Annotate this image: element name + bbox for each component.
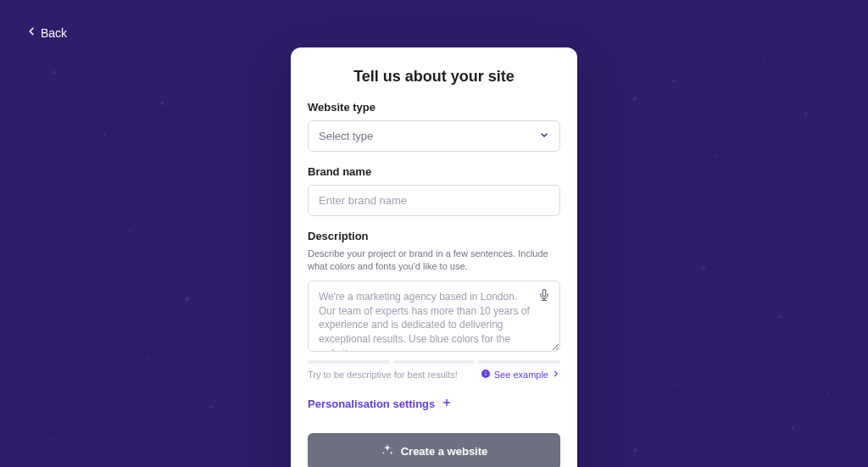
description-textarea-wrap bbox=[308, 281, 560, 355]
see-example-link[interactable]: See example bbox=[481, 369, 560, 381]
plus-icon bbox=[442, 398, 452, 410]
quality-segment bbox=[478, 360, 560, 364]
sparkle-decor: ✦ bbox=[51, 436, 56, 443]
personalisation-settings-toggle[interactable]: Personalisation settings bbox=[308, 398, 452, 410]
sparkle-decor: ✦ bbox=[208, 403, 214, 412]
sparkle-decor: ✦ bbox=[789, 424, 796, 433]
website-type-placeholder: Select type bbox=[319, 130, 373, 142]
microphone-icon[interactable] bbox=[537, 287, 552, 303]
description-sublabel: Describe your project or brand in a few … bbox=[308, 247, 560, 274]
chevron-right-icon bbox=[552, 370, 560, 380]
sparkle-decor: ✦ bbox=[159, 98, 166, 109]
website-type-select[interactable]: Select type bbox=[308, 120, 560, 152]
sparkle-decor: ✦ bbox=[182, 292, 192, 306]
sparkle-decor: ✦ bbox=[144, 356, 150, 364]
see-example-label: See example bbox=[494, 370, 548, 380]
create-website-button[interactable]: Create a website bbox=[308, 433, 560, 467]
back-button[interactable]: Back bbox=[25, 25, 67, 40]
chevron-left-icon bbox=[25, 25, 41, 40]
quality-segment bbox=[308, 360, 390, 364]
sparkle-decor: ✦ bbox=[700, 263, 707, 272]
sparkle-decor: ✦ bbox=[803, 110, 809, 118]
sparkle-decor: ✦ bbox=[51, 68, 58, 77]
sparkle-decor: ✦ bbox=[777, 314, 783, 321]
description-hint: Try to be descriptive for best results! bbox=[308, 370, 458, 380]
sparkle-decor: ✦ bbox=[632, 445, 639, 456]
page-title: Tell us about your site bbox=[308, 68, 560, 86]
description-textarea[interactable] bbox=[308, 281, 560, 352]
form-card: Tell us about your site Website type Sel… bbox=[291, 47, 577, 467]
sparkle-decor: ✦ bbox=[72, 259, 76, 264]
create-website-label: Create a website bbox=[401, 445, 488, 458]
sparkle-decor: ✦ bbox=[672, 381, 677, 388]
sparkle-decor: ✦ bbox=[826, 390, 830, 396]
sparkle-decor: ✦ bbox=[127, 229, 132, 236]
website-type-label: Website type bbox=[308, 101, 560, 114]
info-icon bbox=[481, 369, 491, 381]
brand-name-input[interactable] bbox=[308, 185, 560, 216]
personalisation-label: Personalisation settings bbox=[308, 398, 435, 410]
back-label: Back bbox=[41, 26, 67, 40]
sparkle-decor: ✦ bbox=[715, 153, 720, 159]
sparkle-decor: ✦ bbox=[762, 55, 766, 61]
quality-segment bbox=[393, 360, 476, 364]
description-hint-row: Try to be descriptive for best results! … bbox=[308, 369, 560, 381]
sparkle-decor: ✦ bbox=[102, 131, 108, 139]
brand-name-label: Brand name bbox=[308, 165, 560, 178]
sparkle-decor: ✦ bbox=[631, 93, 639, 105]
chevron-down-icon bbox=[539, 130, 549, 142]
description-quality-bar bbox=[308, 360, 560, 364]
description-label: Description bbox=[308, 230, 560, 242]
sparkle-decor: ✦ bbox=[670, 76, 677, 86]
sparkle-icon bbox=[381, 443, 394, 459]
svg-point-4 bbox=[485, 371, 486, 372]
